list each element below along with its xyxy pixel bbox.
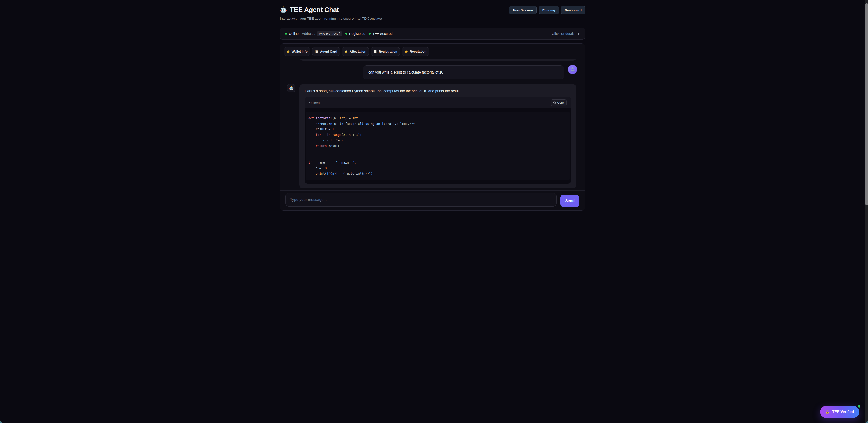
tab-label: Attestation — [350, 50, 366, 53]
tab-registration[interactable]: Registration — [371, 47, 400, 56]
tab-label: Agent Card — [320, 50, 337, 53]
message-list[interactable]: can you write a script to calculate fact… — [280, 59, 434, 191]
code-header: PYTHON Copy — [305, 97, 434, 108]
lock-key-icon — [344, 50, 348, 53]
money-bag-icon — [286, 50, 290, 53]
tab-wallet-info[interactable]: Wallet Info — [284, 47, 310, 56]
page-title: TEE Agent Chat — [290, 6, 339, 13]
registered-dot-icon — [345, 33, 347, 35]
memo-icon — [373, 50, 377, 53]
tab-reputation[interactable]: Reputation — [402, 47, 429, 56]
robot-icon — [289, 86, 293, 91]
assistant-message-bubble: Here’s a short, self-contained Python sn… — [299, 84, 434, 189]
tab-label: Wallet Info — [291, 50, 308, 53]
registered-label: Registered — [349, 32, 366, 35]
tee-secured-dot-icon — [369, 33, 371, 35]
tab-agent-card[interactable]: Agent Card — [312, 47, 340, 56]
clipboard-icon — [315, 50, 318, 53]
status-registered: Registered — [345, 32, 366, 35]
message-input[interactable] — [285, 193, 434, 206]
info-tabs: Wallet Info Agent Card Attestation Regis… — [280, 44, 434, 59]
code-block: PYTHON Copy def factorial(n: int) → int:… — [305, 97, 434, 184]
composer: Send — [280, 191, 434, 210]
assistant-avatar — [287, 84, 295, 92]
star-icon — [404, 50, 408, 53]
tab-attestation[interactable]: Attestation — [342, 47, 369, 56]
status-address: Address: 0xF986...e4ef — [302, 31, 342, 36]
user-message-row: can you write a script to calculate fact… — [287, 65, 434, 79]
browser-page: TEE Agent Chat New Session Funding Dashb… — [0, 0, 434, 212]
chat-panel: Wallet Info Agent Card Attestation Regis… — [280, 44, 434, 210]
app-brand: TEE Agent Chat — [280, 6, 339, 13]
previous-message-partial — [299, 59, 434, 61]
code-language-label: PYTHON — [309, 101, 320, 104]
address-label: Address: — [302, 32, 315, 35]
user-message-bubble: can you write a script to calculate fact… — [363, 65, 434, 79]
page-subtitle: Interact with your TEE agent running in … — [280, 17, 382, 21]
robot-icon — [280, 6, 287, 13]
status-tee-secured: TEE Secured — [369, 32, 393, 35]
code-content[interactable]: def factorial(n: int) → int: """Return n… — [306, 112, 434, 180]
online-dot-icon — [285, 33, 287, 35]
tab-label: Reputation — [410, 50, 426, 53]
online-label: Online — [289, 32, 299, 35]
assistant-message-row: Here’s a short, self-contained Python sn… — [287, 84, 434, 189]
status-bar[interactable]: Online Address: 0xF986...e4ef Registered… — [280, 28, 434, 39]
tab-label: Registration — [379, 50, 397, 53]
tee-secured-label: TEE Secured — [373, 32, 393, 35]
assistant-text: Here’s a short, self-contained Python sn… — [305, 88, 434, 94]
address-value: 0xF986...e4ef — [317, 31, 342, 36]
status-online: Online — [285, 32, 299, 35]
